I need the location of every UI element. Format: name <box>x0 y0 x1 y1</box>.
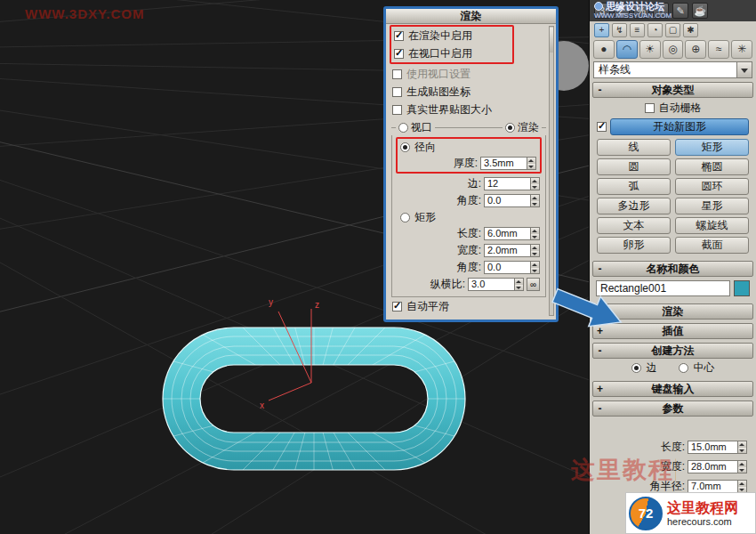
category-space-warps-icon[interactable]: ≈ <box>708 40 729 59</box>
render-rollout-header[interactable]: 渲染 <box>386 9 556 24</box>
shape-button-line[interactable]: 线 <box>597 139 671 156</box>
shape-button-arc[interactable]: 弧 <box>597 178 671 195</box>
missyuan-logo-icon <box>594 2 603 11</box>
edge-radio[interactable] <box>631 363 641 373</box>
rollout-parameters[interactable]: - 参数 <box>592 400 753 417</box>
spinner-arrows-icon[interactable] <box>514 278 524 291</box>
radial-radio[interactable] <box>400 142 410 152</box>
tab-utilities-icon[interactable]: ✱ <box>683 23 698 37</box>
enable-in-renderer-checkbox[interactable] <box>394 31 404 41</box>
param-length-spinner[interactable]: 15.0mm <box>688 441 747 454</box>
width-spinner[interactable]: 2.0mm <box>484 244 540 257</box>
angle-radial-value[interactable]: 0.0 <box>484 194 530 207</box>
rollout-creation-method[interactable]: - 创建方法 <box>592 343 753 359</box>
spline-type-dropdown[interactable]: 样条线 <box>593 61 752 78</box>
tab-hierarchy-icon[interactable]: ≡ <box>630 23 645 37</box>
param-width-value[interactable]: 28.0mm <box>688 460 737 473</box>
thickness-value[interactable]: 3.5mm <box>480 157 527 170</box>
shape-button-star[interactable]: 星形 <box>675 198 749 214</box>
length-spinner[interactable]: 6.0mm <box>484 227 540 240</box>
real-world-map-size-row: 真实世界贴图大小 <box>386 101 548 118</box>
renderer-mode-radio[interactable] <box>505 123 515 133</box>
shape-button-egg[interactable]: 卵形 <box>597 237 671 254</box>
param-width-spinner[interactable]: 28.0mm <box>688 460 747 473</box>
thickness-spinner[interactable]: 3.5mm <box>480 157 536 170</box>
param-corner-radius-spinner[interactable]: 7.0mm <box>688 480 747 493</box>
category-buttons: ● ◠ ☀ ◎ ⊕ ≈ ✳ <box>590 38 756 60</box>
category-cameras-icon[interactable]: ◎ <box>663 40 684 59</box>
tab-display-icon[interactable]: ▢ <box>665 23 680 37</box>
autogrid-checkbox[interactable] <box>645 103 655 113</box>
generate-mapping-coords-checkbox[interactable] <box>392 87 402 97</box>
start-new-shape-button[interactable]: 开始新图形 <box>610 118 749 135</box>
length-value[interactable]: 6.0mm <box>484 227 530 240</box>
render-settings-panel: 渲染 在渲染中启用 在视口中启用 使用视口设置 生成贴图坐标 真实世界贴图大小 <box>383 6 559 322</box>
start-new-shape-checkbox[interactable] <box>597 122 607 132</box>
rollout-keyboard-entry[interactable]: + 键盘输入 <box>592 381 753 397</box>
viewport-mode-radio[interactable] <box>398 123 408 133</box>
shape-button-ngon[interactable]: 多边形 <box>597 198 671 214</box>
spinner-arrows-icon[interactable] <box>737 480 747 493</box>
angle-rect-value[interactable]: 0.0 <box>484 261 530 274</box>
spinner-arrows-icon[interactable] <box>737 441 747 454</box>
length-label: 长度: <box>457 226 481 241</box>
spinner-arrows-icon[interactable] <box>530 177 540 190</box>
param-corner-radius-value[interactable]: 7.0mm <box>688 480 737 493</box>
use-viewport-settings-label: 使用视口设置 <box>406 67 470 82</box>
category-shapes-icon[interactable]: ◠ <box>616 40 638 59</box>
shape-button-section[interactable]: 截面 <box>675 237 749 254</box>
rectangular-radio[interactable] <box>400 213 410 222</box>
spinner-arrows-icon[interactable] <box>737 460 747 473</box>
angle-radial-spinner[interactable]: 0.0 <box>484 194 540 207</box>
start-new-shape-row: 开始新图形 <box>590 117 756 136</box>
shape-button-ellipse[interactable]: 椭圆 <box>675 158 749 175</box>
category-helpers-icon[interactable]: ⊕ <box>685 40 706 59</box>
panel-scrollbar[interactable] <box>549 26 554 316</box>
auto-smooth-row: 自动平滑 <box>386 297 548 315</box>
category-geometry-icon[interactable]: ● <box>593 40 615 59</box>
tab-motion-icon[interactable]: ◔ <box>647 23 663 37</box>
rollout-name-color[interactable]: - 名称和颜色 <box>592 261 753 277</box>
use-viewport-settings-checkbox[interactable] <box>392 69 402 79</box>
spinner-arrows-icon[interactable] <box>527 157 536 170</box>
render-teapot-icon[interactable]: ☕ <box>692 3 708 19</box>
object-color-swatch[interactable] <box>734 280 750 296</box>
sides-label: 边: <box>468 176 481 191</box>
sides-value[interactable]: 12 <box>484 177 530 190</box>
angle-rect-spinner[interactable]: 0.0 <box>484 261 540 274</box>
chevron-down-icon[interactable] <box>736 62 752 77</box>
shape-button-circle[interactable]: 圆 <box>597 158 671 175</box>
shape-button-helix[interactable]: 螺旋线 <box>675 217 749 234</box>
auto-smooth-checkbox[interactable] <box>392 302 402 312</box>
width-value[interactable]: 2.0mm <box>484 244 530 257</box>
rollout-title: 参数 <box>607 401 739 417</box>
shape-button-text[interactable]: 文本 <box>597 217 671 234</box>
spinner-arrows-icon[interactable] <box>530 194 540 207</box>
mirror-icon[interactable]: ✎ <box>672 3 688 19</box>
real-world-map-size-checkbox[interactable] <box>392 105 402 115</box>
generate-mapping-coords-label: 生成贴图坐标 <box>406 85 470 100</box>
param-length-value[interactable]: 15.0mm <box>688 441 737 454</box>
shape-button-donut[interactable]: 圆环 <box>675 178 749 195</box>
spinner-arrows-icon[interactable] <box>530 227 540 240</box>
rollout-object-type[interactable]: - 对象类型 <box>592 82 753 98</box>
aspect-value[interactable]: 3.0 <box>468 278 514 291</box>
aspect-spinner[interactable]: 3.0 <box>468 278 524 291</box>
callout-arrow-icon <box>551 278 649 340</box>
shape-buttons-grid: 线 矩形 圆 椭圆 弧 圆环 多边形 星形 文本 螺旋线 卵形 截面 <box>590 136 756 257</box>
enable-in-viewport-checkbox[interactable] <box>394 49 404 59</box>
aspect-lock-icon[interactable]: ∞ <box>527 278 540 291</box>
aspect-row: 纵横比: 3.0 ∞ <box>394 276 543 293</box>
spinner-arrows-icon[interactable] <box>530 261 540 274</box>
category-lights-icon[interactable]: ☀ <box>639 40 661 59</box>
tab-modify-icon[interactable]: ↯ <box>612 23 627 37</box>
shape-button-rectangle[interactable]: 矩形 <box>675 139 749 156</box>
spinner-arrows-icon[interactable] <box>530 244 540 257</box>
aspect-label: 纵横比: <box>430 277 465 292</box>
category-systems-icon[interactable]: ✳ <box>731 40 752 59</box>
watermark-missyuan: 思缘设计论坛 WWW.MISSYUAN.COM <box>594 1 672 20</box>
tab-create-icon[interactable]: + <box>594 23 609 37</box>
enable-in-renderer-row: 在渲染中启用 <box>391 27 512 44</box>
sides-spinner[interactable]: 12 <box>484 177 540 190</box>
center-radio[interactable] <box>679 363 688 373</box>
